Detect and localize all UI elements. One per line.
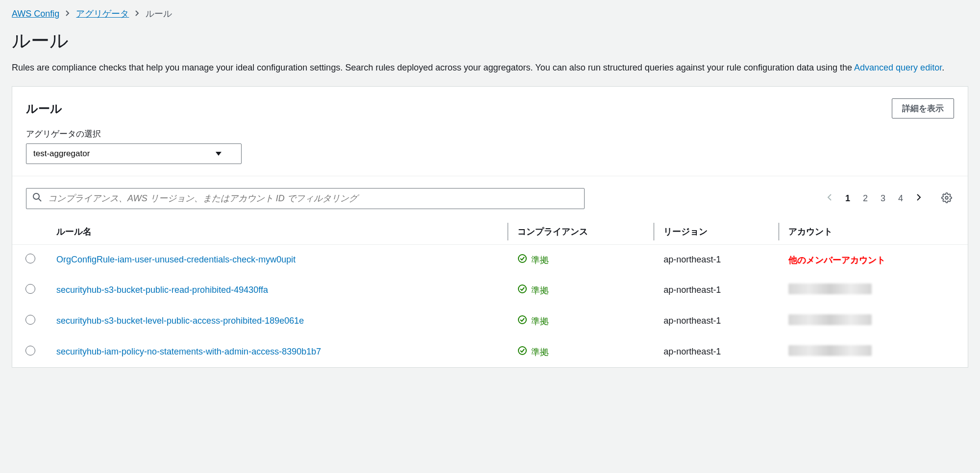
- row-radio[interactable]: [25, 254, 35, 263]
- gear-icon: [941, 197, 952, 205]
- account-cell: [779, 275, 968, 306]
- region-cell: ap-northeast-1: [654, 336, 779, 367]
- rule-link[interactable]: securityhub-s3-bucket-level-public-acces…: [56, 316, 304, 326]
- page-title: ルール: [12, 28, 968, 53]
- row-radio[interactable]: [25, 346, 35, 355]
- compliance-status: 準拠: [517, 346, 549, 358]
- compliance-status: 準拠: [517, 315, 549, 327]
- svg-point-4: [518, 285, 526, 293]
- account-cell: [779, 306, 968, 336]
- svg-point-0: [33, 193, 39, 199]
- compliance-status: 準拠: [517, 254, 549, 266]
- panel-header: ルール 詳細を表示: [12, 87, 968, 128]
- account-cell: [779, 336, 968, 367]
- aggregator-select-label: アグリゲータの選択: [26, 128, 954, 140]
- table-header-row: ルール名 コンプライアンス リージョン アカウント: [12, 219, 968, 245]
- breadcrumb: AWS Config アグリゲータ ルール: [12, 8, 968, 20]
- panel-title: ルール: [26, 101, 62, 117]
- table-row: securityhub-iam-policy-no-statements-wit…: [12, 336, 968, 367]
- col-region[interactable]: リージョン: [654, 219, 779, 245]
- table-row: OrgConfigRule-iam-user-unused-credential…: [12, 245, 968, 275]
- check-circle-icon: [517, 346, 527, 358]
- col-compliance[interactable]: コンプライアンス: [508, 219, 654, 245]
- breadcrumb-aggregator[interactable]: アグリゲータ: [76, 8, 129, 20]
- col-rule-name[interactable]: ルール名: [47, 219, 508, 245]
- compliance-status: 準拠: [517, 284, 549, 296]
- chevron-right-icon: [65, 9, 70, 19]
- region-cell: ap-northeast-1: [654, 275, 779, 306]
- chevron-left-icon: [827, 194, 833, 204]
- view-details-button[interactable]: 詳細を表示: [892, 98, 954, 118]
- svg-point-6: [518, 347, 526, 355]
- chevron-right-icon: [916, 194, 922, 204]
- redacted-account: [788, 284, 872, 294]
- table-row: securityhub-s3-bucket-level-public-acces…: [12, 306, 968, 336]
- breadcrumb-current: ルール: [146, 8, 172, 20]
- advanced-query-editor-link[interactable]: Advanced query editor: [854, 63, 942, 72]
- table-row: securityhub-s3-bucket-public-read-prohib…: [12, 275, 968, 306]
- pagination-page-1[interactable]: 1: [844, 192, 851, 205]
- search-icon: [32, 192, 48, 205]
- caret-down-icon: [216, 152, 221, 156]
- table-settings-button[interactable]: [939, 190, 954, 207]
- svg-point-5: [518, 316, 526, 324]
- pagination-page-2[interactable]: 2: [862, 192, 869, 205]
- row-radio[interactable]: [25, 284, 35, 294]
- col-account[interactable]: アカウント: [779, 219, 968, 245]
- breadcrumb-root[interactable]: AWS Config: [12, 9, 59, 19]
- rules-table: ルール名 コンプライアンス リージョン アカウント OrgConfigRule-…: [12, 219, 968, 367]
- pagination-page-3[interactable]: 3: [880, 192, 886, 205]
- aggregator-select-value: test-aggregator: [33, 149, 90, 159]
- rule-link[interactable]: securityhub-iam-policy-no-statements-wit…: [56, 347, 321, 356]
- check-circle-icon: [517, 315, 527, 327]
- rule-link[interactable]: OrgConfigRule-iam-user-unused-credential…: [56, 255, 295, 264]
- region-cell: ap-northeast-1: [654, 306, 779, 336]
- svg-point-2: [945, 196, 948, 199]
- pagination-prev[interactable]: [826, 192, 833, 205]
- table-toolbar: 1 2 3 4: [12, 176, 968, 219]
- row-radio[interactable]: [25, 315, 35, 325]
- check-circle-icon: [517, 254, 527, 266]
- chevron-right-icon: [135, 9, 140, 19]
- redacted-account: [788, 314, 872, 325]
- page-description: Rules are compliance checks that help yo…: [12, 61, 968, 74]
- search-field-wrapper[interactable]: [26, 188, 585, 209]
- region-cell: ap-northeast-1: [654, 245, 779, 275]
- pagination: 1 2 3 4: [826, 190, 954, 207]
- pagination-page-4[interactable]: 4: [897, 192, 904, 205]
- svg-line-1: [39, 199, 41, 201]
- account-cell: 他のメンバーアカウント: [779, 245, 968, 275]
- rule-link[interactable]: securityhub-s3-bucket-public-read-prohib…: [56, 285, 268, 295]
- aggregator-select[interactable]: test-aggregator: [26, 143, 242, 164]
- redacted-account: [788, 345, 872, 356]
- aggregator-filter: アグリゲータの選択 test-aggregator: [12, 128, 968, 176]
- svg-point-3: [518, 255, 526, 262]
- pagination-next[interactable]: [915, 192, 923, 205]
- rules-panel: ルール 詳細を表示 アグリゲータの選択 test-aggregator 1: [12, 86, 968, 368]
- check-circle-icon: [517, 284, 527, 296]
- search-input[interactable]: [48, 193, 578, 204]
